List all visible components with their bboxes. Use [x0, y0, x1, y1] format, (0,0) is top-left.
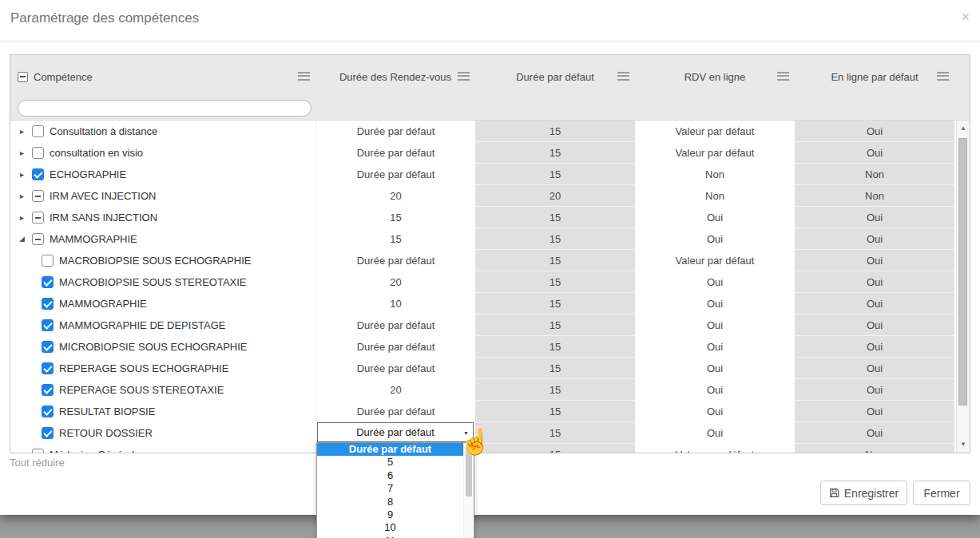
dropdown-option[interactable]: Durée par défaut — [317, 443, 463, 456]
duration-cell[interactable]: Durée par défaut — [315, 314, 475, 336]
duration-cell[interactable]: Durée par défaut — [315, 142, 475, 164]
column-menu-icon[interactable] — [937, 72, 949, 81]
row-checkbox[interactable] — [32, 125, 44, 137]
dropdown-option[interactable]: 7 — [317, 482, 463, 495]
duration-cell[interactable]: 20 — [315, 185, 475, 207]
table-row: ▸Consultation à distanceDurée par défaut… — [10, 121, 956, 142]
row-checkbox[interactable] — [32, 212, 44, 224]
expand-node-icon[interactable]: ▸ — [18, 149, 26, 157]
online-booking-cell[interactable]: Oui — [635, 271, 795, 293]
row-checkbox[interactable] — [42, 276, 54, 288]
duration-cell[interactable]: 20 — [315, 271, 475, 293]
close-button[interactable]: Fermer — [913, 481, 970, 505]
row-checkbox[interactable] — [32, 168, 44, 180]
vertical-scrollbar[interactable]: ▲ ▼ — [956, 121, 970, 453]
row-checkbox[interactable] — [32, 190, 44, 202]
online-booking-cell[interactable]: Non — [635, 164, 795, 185]
cursor-hand-icon: ☝ — [460, 427, 491, 457]
row-checkbox[interactable] — [32, 449, 44, 453]
expand-node-icon[interactable]: ▸ — [18, 171, 26, 179]
online-default-cell: Oui — [795, 422, 954, 444]
dropdown-scrollbar[interactable] — [463, 443, 474, 538]
competence-cell: MACROBIOPSIE SOUS ECHOGRAPHIE — [10, 250, 315, 271]
row-checkbox[interactable] — [32, 147, 44, 159]
row-checkbox[interactable] — [42, 298, 54, 310]
duration-default-cell: 15 — [475, 401, 635, 422]
duration-cell[interactable]: Durée par défaut — [315, 164, 475, 185]
dropdown-option[interactable]: 11 — [317, 535, 463, 538]
duration-cell[interactable]: Durée par défaut — [315, 401, 475, 422]
collapse-all-checkbox[interactable] — [18, 72, 28, 82]
online-booking-cell[interactable]: Oui — [635, 228, 795, 250]
expand-node-icon[interactable]: ▸ — [18, 192, 26, 200]
online-booking-cell[interactable]: Valeur par défaut — [635, 444, 795, 453]
online-booking-cell[interactable]: Oui — [635, 422, 795, 444]
duration-cell[interactable]: 15 — [315, 228, 475, 250]
column-header-rdv-en-ligne[interactable]: RDV en ligne — [635, 55, 795, 98]
competence-filter-input[interactable] — [18, 100, 311, 117]
column-menu-icon[interactable] — [777, 72, 789, 81]
online-booking-cell[interactable]: Oui — [635, 207, 795, 228]
online-booking-cell[interactable]: Valeur par défaut — [635, 121, 795, 142]
online-booking-cell[interactable]: Oui — [635, 336, 795, 358]
duration-cell[interactable]: 10 — [315, 293, 475, 314]
modal-title: Paramétrage des compétences — [10, 10, 199, 26]
scrollbar-thumb[interactable] — [958, 138, 967, 405]
dropdown-option[interactable]: 9 — [317, 508, 463, 521]
duration-cell[interactable]: Durée par défaut — [315, 336, 475, 358]
floppy-save-icon — [829, 488, 839, 498]
duration-cell[interactable]: Durée par défaut — [315, 121, 475, 142]
online-booking-cell[interactable]: Oui — [635, 379, 795, 401]
row-checkbox[interactable] — [42, 405, 54, 417]
expand-node-icon[interactable]: ▸ — [18, 128, 26, 136]
duration-default-cell: 15 — [475, 142, 635, 164]
duration-cell[interactable]: 15 — [315, 207, 475, 228]
expand-node-icon[interactable]: ▸ — [18, 214, 26, 222]
competence-label: MICROBIOPSIE SOUS ECHOGRAPHIE — [59, 341, 248, 353]
table-row: ▸consultation en visioDurée par défaut15… — [10, 142, 956, 164]
scrollbar-down-icon[interactable]: ▼ — [957, 439, 970, 450]
close-icon[interactable]: × — [961, 10, 970, 24]
collapse-all-link[interactable]: Tout réduire — [10, 457, 65, 469]
duration-cell[interactable]: Durée par défaut — [315, 358, 475, 379]
online-booking-cell[interactable]: Oui — [635, 293, 795, 314]
scrollbar-up-icon[interactable]: ▲ — [957, 123, 970, 134]
column-menu-icon[interactable] — [458, 72, 470, 81]
dropdown-option[interactable]: 8 — [317, 496, 463, 508]
collapse-node-icon[interactable]: ◢ — [18, 235, 26, 243]
column-menu-icon[interactable] — [298, 72, 310, 81]
duration-cell[interactable]: Durée par défaut — [315, 250, 475, 271]
dropdown-option[interactable]: 6 — [317, 469, 463, 482]
online-default-cell: Oui — [795, 207, 954, 228]
online-booking-cell[interactable]: Oui — [635, 401, 795, 422]
dropdown-option[interactable]: 5 — [317, 456, 463, 469]
expand-node-icon[interactable]: ▸ — [18, 451, 26, 453]
row-checkbox[interactable] — [42, 427, 54, 439]
row-checkbox[interactable] — [42, 341, 54, 353]
close-button-label: Fermer — [923, 487, 959, 500]
row-checkbox[interactable] — [42, 319, 54, 331]
online-booking-cell[interactable]: Oui — [635, 358, 795, 379]
dropdown-option[interactable]: 10 — [317, 521, 463, 534]
duration-default-cell: 15 — [475, 422, 635, 444]
column-menu-icon[interactable] — [617, 72, 629, 81]
row-checkbox[interactable] — [42, 255, 54, 267]
online-booking-cell[interactable]: Valeur par défaut — [635, 250, 795, 271]
online-booking-cell[interactable]: Non — [635, 185, 795, 207]
table-row: MACROBIOPSIE SOUS ECHOGRAPHIEDurée par d… — [10, 250, 956, 271]
save-button[interactable]: Enregistrer — [820, 481, 907, 505]
duration-cell[interactable]: 20 — [315, 379, 475, 401]
duration-select[interactable]: Durée par défaut ▼ — [317, 422, 474, 442]
row-checkbox[interactable] — [42, 362, 54, 374]
row-checkbox[interactable] — [32, 233, 44, 245]
online-booking-cell[interactable]: Oui — [635, 314, 795, 336]
column-header-duree-rdv[interactable]: Durée des Rendez-vous — [315, 55, 475, 98]
column-header-competence[interactable]: Compétence — [10, 55, 315, 98]
online-booking-cell[interactable]: Valeur par défaut — [635, 142, 795, 164]
row-checkbox[interactable] — [42, 384, 54, 396]
column-label: Durée par défaut — [516, 71, 594, 83]
duration-default-cell: 15 — [475, 164, 635, 185]
competence-label: Médecine Générale — [50, 449, 140, 453]
column-header-en-ligne-defaut[interactable]: En ligne par défaut — [795, 55, 954, 98]
column-header-duree-defaut[interactable]: Durée par défaut — [475, 55, 635, 98]
